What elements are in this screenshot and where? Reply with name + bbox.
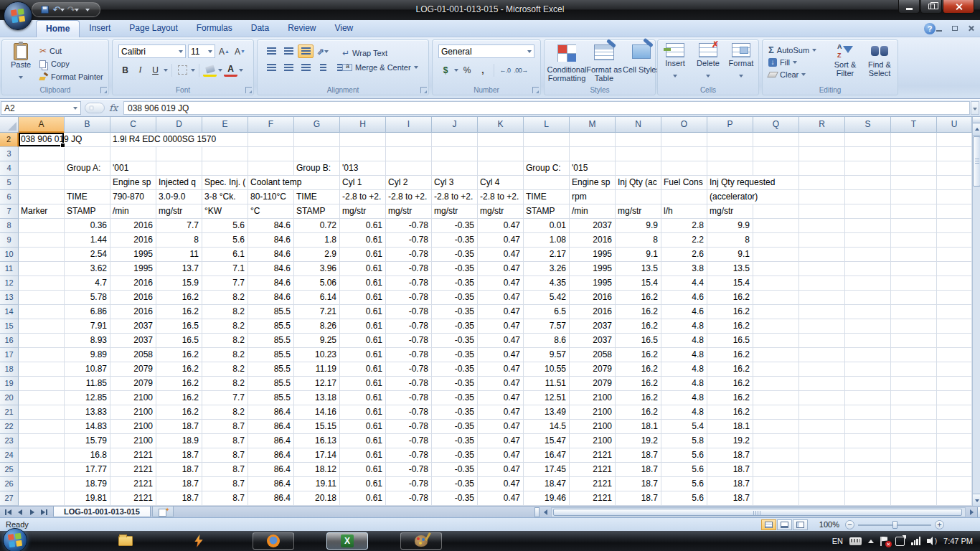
formula-bar-expand-button[interactable] [971,101,979,115]
grid-cell[interactable]: 5.42 [524,291,570,305]
increase-decimal-button[interactable]: ←.0 [498,63,512,77]
grid-cell[interactable]: 0.61 [340,276,386,291]
grid-cell[interactable]: 0.61 [340,319,386,334]
grid-cell[interactable]: 5.06 [294,276,340,291]
grid-cell[interactable]: '001 [110,161,156,176]
grid-cell[interactable] [570,133,616,147]
grid-cell[interactable]: -0.35 [432,463,478,477]
grid-cell[interactable]: 16.2 [156,348,202,362]
grid-cell[interactable]: 6.14 [294,291,340,305]
grid-cell[interactable] [937,147,972,161]
grid-cell[interactable]: Fuel Cons [661,176,707,190]
row-header-19[interactable]: 19 [0,377,19,391]
grid-cell[interactable]: -0.78 [386,491,432,506]
grid-cell[interactable] [753,319,799,334]
grid-cell[interactable] [753,190,799,204]
grid-cell[interactable] [478,133,524,147]
paint-taskbar-button[interactable] [400,532,442,550]
grid-cell[interactable]: 3-8 °Ck. [202,190,248,204]
number-dialog-launcher[interactable] [532,87,539,93]
grid-cell[interactable]: 2037 [110,334,156,348]
grid-cell[interactable]: 16.2 [616,362,661,377]
grid-cell[interactable]: 9.25 [294,334,340,348]
grid-cell[interactable] [799,204,845,219]
grid-cell[interactable] [661,190,707,204]
grid-cell[interactable]: 10.55 [524,362,570,377]
grid-cell[interactable]: 038 906 019 JQ [19,133,65,147]
grid-cell[interactable]: -0.35 [432,276,478,291]
grid-cell[interactable] [799,448,845,463]
grid-cell[interactable] [156,161,202,176]
grid-cell[interactable] [799,305,845,319]
grid-cell[interactable]: 2100 [110,434,156,448]
grid-cell[interactable] [19,448,65,463]
row-header-25[interactable]: 25 [0,463,19,477]
fill-color-dropdown-icon[interactable] [218,69,222,72]
grid-cell[interactable]: 2100 [570,434,616,448]
grid-cell[interactable] [799,276,845,291]
column-header-K[interactable]: K [478,117,524,133]
grid-cell[interactable] [19,262,65,276]
grid-cell[interactable] [753,291,799,305]
grid-cell[interactable]: 18.7 [616,448,661,463]
grid-cell[interactable]: 1.9l R4 EDC 0000SG 1570 [110,133,156,147]
grid-cell[interactable] [845,463,891,477]
grid-cell[interactable]: -0.35 [432,348,478,362]
grid-cell[interactable]: 2121 [570,448,616,463]
wrap-text-button[interactable]: ↵Wrap Text [342,46,418,60]
grid-cell[interactable]: -0.35 [432,434,478,448]
grid-cell[interactable]: °C [248,204,294,219]
formula-input[interactable]: 038 906 019 JQ [123,101,970,115]
grid-cell[interactable]: 0.61 [340,377,386,391]
tab-data[interactable]: Data [242,20,278,37]
grid-cell[interactable] [19,434,65,448]
grid-cell[interactable] [799,233,845,248]
grid-cell[interactable]: 5.4 [661,420,707,434]
grid-cell[interactable]: 84.6 [248,233,294,248]
grid-cell[interactable] [753,219,799,233]
grid-cell[interactable]: 13.5 [616,262,661,276]
grid-cell[interactable]: 8.93 [65,334,110,348]
grid-cell[interactable]: 17.77 [65,463,110,477]
grid-cell[interactable]: 0.61 [340,434,386,448]
grid-cell[interactable] [937,448,972,463]
column-header-N[interactable]: N [616,117,661,133]
orientation-button[interactable]: ⇗ [315,44,331,58]
column-header-Q[interactable]: Q [753,117,799,133]
grid-cell[interactable] [845,204,891,219]
grid-cell[interactable]: 18.7 [156,448,202,463]
underline-dropdown-icon[interactable] [164,69,168,72]
grid-cell[interactable]: 13.7 [156,262,202,276]
grid-cell[interactable]: 18.47 [524,477,570,491]
grid-cell[interactable]: STAMP [65,204,110,219]
grid-cell[interactable]: 2016 [110,276,156,291]
column-header-T[interactable]: T [891,117,937,133]
grid-cell[interactable] [294,133,340,147]
grid-cell[interactable]: STAMP [524,204,570,219]
grid-cell[interactable] [19,348,65,362]
grid-cell[interactable]: -2.8 to +2. [386,190,432,204]
grid-cell[interactable]: 0.47 [478,448,524,463]
grid-cell[interactable]: 4.4 [661,276,707,291]
column-header-M[interactable]: M [570,117,616,133]
grid-cell[interactable] [753,463,799,477]
grid-cell[interactable] [891,377,937,391]
scroll-right-button[interactable] [966,507,976,517]
grid-cell[interactable]: -0.35 [432,233,478,248]
grid-cell[interactable] [799,463,845,477]
grid-cell[interactable] [19,219,65,233]
grid-cell[interactable] [891,204,937,219]
grid-cell[interactable] [799,147,845,161]
grid-cell[interactable] [891,305,937,319]
grid-cell[interactable]: 15.4 [616,276,661,291]
grid-cell[interactable] [799,434,845,448]
grid-cell[interactable]: 9.9 [707,219,753,233]
grid-cell[interactable]: '015 [570,161,616,176]
font-dialog-launcher[interactable] [245,87,252,93]
workbook-close-button[interactable] [966,24,976,33]
grid-cell[interactable]: Cyl 4 [478,176,524,190]
tab-page-layout[interactable]: Page Layout [120,20,187,37]
grid-cell[interactable]: -0.78 [386,448,432,463]
grid-cell[interactable] [845,477,891,491]
cut-button[interactable]: ✂Cut [39,44,103,57]
